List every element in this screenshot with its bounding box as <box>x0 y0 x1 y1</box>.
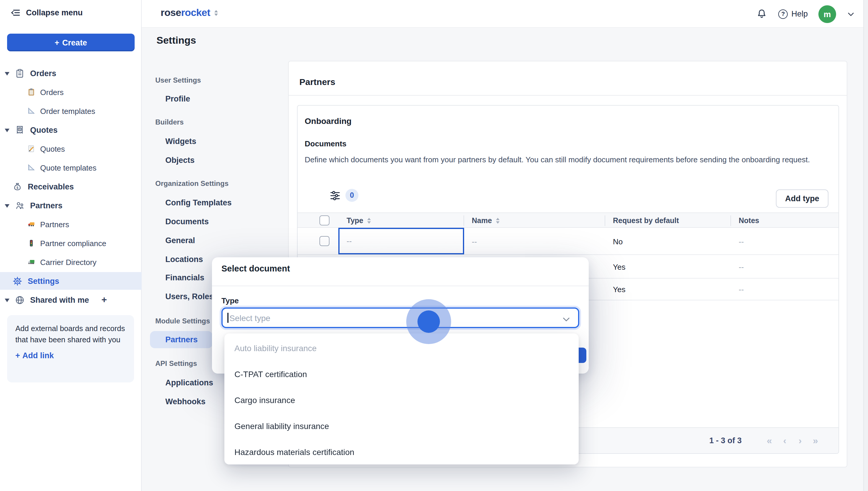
sidebar-item-label: Quote templates <box>40 163 96 172</box>
add-link-button[interactable]: + Add link <box>16 351 126 360</box>
last-page-button[interactable]: » <box>808 435 823 446</box>
sidebar-item-orders[interactable]: Orders <box>27 84 63 100</box>
settings-nav-webhooks[interactable]: Webhooks <box>165 397 205 406</box>
page-title: Settings <box>157 35 196 47</box>
settings-nav-locations[interactable]: Locations <box>165 255 203 264</box>
sidebar: Collapse menu + Create Orders Orders <box>0 0 142 491</box>
notes-cell[interactable]: -- <box>739 263 744 271</box>
column-divider <box>730 215 731 226</box>
people-icon <box>15 200 25 210</box>
lorry-truck-icon <box>27 258 35 266</box>
sidebar-item-label: Orders <box>40 88 63 96</box>
create-button[interactable]: + Create <box>7 34 135 51</box>
switcher-arrows-icon <box>214 10 218 16</box>
sidebar-item-partner-compliance[interactable]: Partner compliance <box>27 235 106 251</box>
type-field-label: Type <box>221 296 239 305</box>
settings-nav-header-user: User Settings <box>155 76 201 84</box>
filter-button[interactable]: 0 <box>330 189 358 202</box>
money-bag-icon: $ <box>12 181 23 192</box>
settings-nav-documents[interactable]: Documents <box>165 217 209 226</box>
modal-title: Select document <box>221 264 290 273</box>
sidebar-item-shared-with-me[interactable]: Shared with me + <box>5 292 107 308</box>
sidebar-item-label: Partner compliance <box>40 239 106 248</box>
sidebar-item-label: Quotes <box>40 144 65 153</box>
column-header-notes: Notes <box>739 213 759 228</box>
notes-cell[interactable]: -- <box>739 285 744 294</box>
column-header-request: Request by default <box>613 213 679 228</box>
column-header-name[interactable]: Name <box>472 213 500 228</box>
panel-title: Partners <box>299 77 335 87</box>
delivery-truck-icon <box>27 220 35 228</box>
settings-nav-widgets[interactable]: Widgets <box>165 137 196 146</box>
caret-down-icon[interactable] <box>5 72 9 75</box>
avatar[interactable]: m <box>818 5 836 23</box>
settings-nav-applications[interactable]: Applications <box>165 378 213 387</box>
sidebar-item-quote-templates[interactable]: Quote templates <box>27 160 96 175</box>
svg-text:$: $ <box>19 127 20 131</box>
sidebar-item-partners-group[interactable]: Partners <box>5 198 63 213</box>
shared-info-card: Add external boards and records that hav… <box>7 315 134 382</box>
dropdown-option[interactable]: Cargo insurance <box>224 387 579 413</box>
type-cell-focused[interactable]: -- <box>338 228 464 254</box>
gear-icon <box>12 276 23 286</box>
request-cell[interactable]: Yes <box>613 285 625 294</box>
add-type-button[interactable]: Add type <box>776 190 829 208</box>
sidebar-item-partners[interactable]: Partners <box>27 216 69 232</box>
memo-icon <box>27 145 35 153</box>
table-row[interactable]: -- -- No -- <box>298 228 838 255</box>
settings-nav-config-templates[interactable]: Config Templates <box>165 198 232 207</box>
sidebar-item-orders-group[interactable]: Orders <box>5 65 56 81</box>
text-caret <box>227 313 228 323</box>
globe-icon <box>15 295 25 305</box>
request-cell[interactable]: No <box>613 237 623 246</box>
request-cell[interactable]: Yes <box>613 263 625 271</box>
chevron-down-icon[interactable] <box>562 315 571 324</box>
plus-icon[interactable]: + <box>102 294 107 305</box>
sidebar-item-label: Quotes <box>30 125 58 134</box>
documents-label: Documents <box>305 139 346 148</box>
sidebar-item-receivables[interactable]: $ Receivables <box>12 179 74 194</box>
sidebar-item-quotes[interactable]: Quotes <box>27 141 65 156</box>
dropdown-option[interactable]: C-TPAT certification <box>224 361 579 387</box>
sidebar-item-label: Orders <box>30 69 56 78</box>
select-all-checkbox[interactable] <box>319 215 330 225</box>
dropdown-option[interactable]: Hazardous materials certification <box>224 439 579 465</box>
row-checkbox[interactable] <box>319 236 330 246</box>
dropdown-option[interactable]: General liability insurance <box>224 413 579 439</box>
sidebar-item-label: Partners <box>30 201 63 210</box>
caret-down-icon[interactable] <box>5 128 9 132</box>
svg-text:$: $ <box>17 185 18 189</box>
caret-down-icon[interactable] <box>5 298 9 302</box>
sidebar-item-order-templates[interactable]: Order templates <box>27 103 95 119</box>
filter-count-badge: 0 <box>345 189 358 202</box>
bell-icon[interactable] <box>756 8 767 20</box>
app-root: Collapse menu + Create Orders Orders <box>0 0 868 491</box>
prev-page-button[interactable]: ‹ <box>777 435 792 446</box>
type-select-input[interactable]: Select type <box>221 308 579 328</box>
sidebar-item-label: Settings <box>28 277 59 285</box>
notes-cell[interactable]: -- <box>739 237 744 246</box>
sidebar-item-carrier-directory[interactable]: Carrier Directory <box>27 254 96 270</box>
settings-nav-financials[interactable]: Financials <box>165 273 204 282</box>
first-page-button[interactable]: « <box>762 435 777 446</box>
settings-nav-general[interactable]: General <box>165 236 195 245</box>
column-header-type[interactable]: Type <box>346 213 371 228</box>
sort-icon[interactable] <box>368 218 371 224</box>
create-label: Create <box>62 38 87 47</box>
help-button[interactable]: ? Help <box>778 9 808 19</box>
workspace-switcher[interactable]: roserocket <box>161 7 218 19</box>
next-page-button[interactable]: › <box>792 435 808 446</box>
settings-nav-objects[interactable]: Objects <box>165 156 195 165</box>
caret-down-icon[interactable] <box>5 204 9 207</box>
dropdown-option[interactable]: Auto liability insurance <box>224 335 579 361</box>
page-scrollbar[interactable] <box>863 0 868 491</box>
sidebar-item-quotes-group[interactable]: $ Quotes <box>5 122 58 138</box>
settings-nav-profile[interactable]: Profile <box>165 94 190 103</box>
onboarding-title: Onboarding <box>305 116 352 126</box>
settings-nav-partners[interactable]: Partners <box>165 335 198 344</box>
sidebar-item-settings[interactable]: Settings <box>12 273 59 289</box>
chevron-down-icon[interactable] <box>847 10 855 18</box>
name-cell[interactable]: -- <box>472 237 477 246</box>
sort-icon[interactable] <box>496 218 500 224</box>
collapse-menu-button[interactable]: Collapse menu <box>11 8 83 18</box>
